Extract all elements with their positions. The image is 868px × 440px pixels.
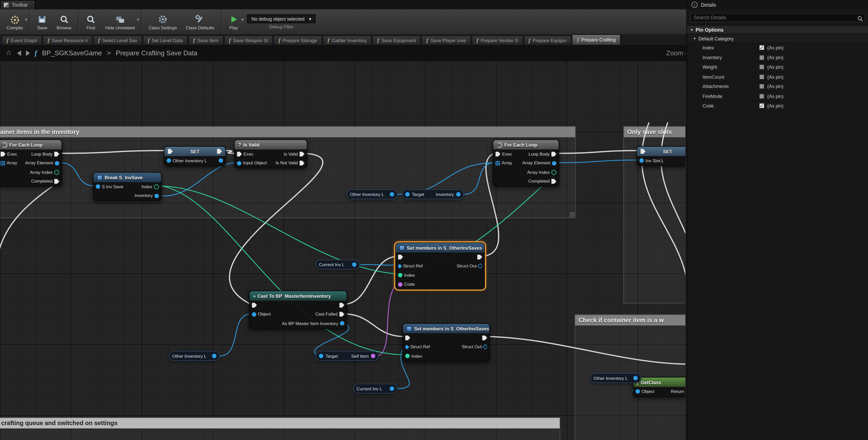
pill-current-inv-2[interactable]: Current Inv L bbox=[353, 384, 397, 394]
pin-struct-ref-set-members-2[interactable] bbox=[405, 345, 409, 349]
pin-exec-set-other-inventory[interactable] bbox=[217, 149, 222, 154]
node-cast-to-bp-masteriteminventory[interactable]: »Cast To BP_MasterItemInventoryObjectCas… bbox=[249, 291, 347, 328]
pin-loop-body-foreach-left[interactable] bbox=[54, 152, 59, 156]
blueprint-graph-canvas[interactable]: container items in the inventoryOnly sav… bbox=[0, 61, 685, 440]
pill-other-inventory-1[interactable]: Other Inventory L bbox=[346, 189, 397, 199]
pin-struct-out-set-members-1[interactable] bbox=[477, 263, 482, 269]
pin-exec-foreach-right[interactable] bbox=[495, 152, 500, 156]
debug-object-dropdown[interactable]: No debug object selected ▾ bbox=[247, 14, 316, 23]
pin-array-element-foreach-right[interactable] bbox=[552, 161, 556, 165]
pin-exec-set-members-1[interactable] bbox=[477, 255, 482, 259]
toolbar-tab[interactable]: Toolbar bbox=[0, 0, 35, 9]
pin-index-break-s-invsave[interactable] bbox=[154, 184, 159, 189]
checkbox-weight[interactable] bbox=[759, 64, 765, 70]
pin-circle-pill-target-inventory[interactable] bbox=[456, 192, 461, 196]
pin-array-foreach-right[interactable] bbox=[495, 161, 500, 165]
details-search-input[interactable] bbox=[690, 13, 865, 22]
node-set-inv-slot[interactable]: SETInv Slot L bbox=[637, 146, 685, 166]
pin-code-set-members-1[interactable] bbox=[398, 282, 403, 286]
tab-save-equipment[interactable]: fSave Equipment bbox=[372, 35, 421, 45]
breadcrumb-asset[interactable]: BP_SGKSaveGame bbox=[42, 49, 102, 57]
toolbar-button-hide-unrelated[interactable]: Hide Unrelated▾ bbox=[101, 9, 139, 34]
pill-target-self-item[interactable]: TargetSelf Item bbox=[316, 351, 379, 361]
tab-gather-inventory[interactable]: fGather Inventory bbox=[322, 35, 372, 45]
pin-array-index-foreach-left[interactable] bbox=[54, 170, 59, 175]
pin-circle-pill-target-self-item[interactable] bbox=[371, 354, 375, 358]
pin-object-cast-to-bp-masteriteminventory[interactable] bbox=[252, 312, 256, 316]
pill-current-inv-1[interactable]: Current Inv L bbox=[316, 260, 360, 270]
tab-prepare-storage[interactable]: fPrepare Storage bbox=[274, 35, 322, 45]
pin-circle-pill-current-inv-2[interactable] bbox=[390, 386, 394, 390]
node-set-other-inventory[interactable]: SETOther Inventory L bbox=[164, 146, 226, 166]
pin-index-set-members-2[interactable] bbox=[405, 354, 410, 358]
pin-exec-cast-to-bp-masteriteminventory[interactable] bbox=[252, 303, 257, 308]
pin-completed-foreach-right[interactable] bbox=[551, 179, 556, 184]
pin-index-set-members-1[interactable] bbox=[398, 273, 403, 278]
node-set-members-1[interactable]: Set members in S_OtherInvSavesStruct Ref… bbox=[395, 243, 485, 289]
pin-exec-set-members-2[interactable] bbox=[405, 335, 410, 340]
toolbar-button-compile[interactable]: Compile▾ bbox=[2, 9, 28, 34]
pin-options-section[interactable]: ▾ Pin Options bbox=[687, 25, 868, 34]
back-arrow-icon[interactable] bbox=[17, 50, 21, 56]
pin-exec-cast-to-bp-masteriteminventory[interactable] bbox=[339, 303, 344, 308]
node-is-valid[interactable]: ?Is ValidExecIs ValidInput ObjectIs Not … bbox=[234, 139, 307, 168]
toolbar-button-class-defaults[interactable]: Class Defaults bbox=[181, 9, 219, 34]
pin-array-element-foreach-left[interactable] bbox=[55, 161, 59, 165]
tab-save-weapon-sl[interactable]: fSave Weapon Sl bbox=[224, 35, 273, 45]
tab-prepare-crafting[interactable]: fPrepare Crafting bbox=[572, 34, 621, 45]
checkbox-firemode[interactable] bbox=[759, 93, 765, 99]
tab-select-level-sav[interactable]: fSelect Level Sav bbox=[93, 35, 142, 45]
default-category-header[interactable]: ▾ Default Category bbox=[687, 34, 868, 43]
pin-is-not-valid-is-valid[interactable] bbox=[300, 161, 305, 166]
pin-s-inv-save-break-s-invsave[interactable] bbox=[96, 184, 100, 189]
pin-is-valid-is-valid[interactable] bbox=[300, 152, 305, 156]
favorite-star-icon[interactable]: ☆ bbox=[6, 49, 12, 57]
tab-save-player-inve[interactable]: fSave Player Inve bbox=[421, 35, 471, 45]
pin-as-bp-master-item-inventory-cast-to-bp-masteriteminventory[interactable] bbox=[340, 321, 344, 325]
pin-exec-set-members-2[interactable] bbox=[482, 335, 487, 340]
pin-exec-set-members-1[interactable] bbox=[398, 255, 403, 259]
chevron-down-icon[interactable]: ▾ bbox=[242, 17, 244, 22]
tab-prepare-vender-s[interactable]: fPrepare Vender S bbox=[471, 35, 523, 45]
pin-exec-set-other-inventory[interactable] bbox=[168, 149, 173, 154]
pin-object-get-class[interactable] bbox=[636, 389, 640, 394]
checkbox-index[interactable]: ✓ bbox=[759, 45, 765, 51]
tab-set-level-data[interactable]: fSet Level Data bbox=[143, 35, 188, 45]
pin-exec-is-valid[interactable] bbox=[237, 152, 242, 156]
checkbox-code[interactable]: ✓ bbox=[759, 103, 765, 109]
pin-other-inventory-l-set-other-inventory[interactable] bbox=[167, 158, 171, 163]
tab-event-graph[interactable]: fEvent Graph bbox=[2, 35, 42, 45]
pin-circle-pill-target-inventory[interactable] bbox=[405, 192, 410, 196]
pin-circle-set-other-inventory[interactable] bbox=[219, 158, 223, 163]
node-set-members-2[interactable]: Set members in S_OtherInvSavesStruct Ref… bbox=[403, 323, 490, 361]
checkbox-attachments[interactable] bbox=[759, 84, 765, 90]
pill-other-inventory-2[interactable]: Other Inventory L bbox=[169, 351, 220, 361]
tab-save-resource-ii[interactable]: fSave Resource Ii bbox=[43, 35, 93, 45]
pin-inv-slot-l-set-inv-slot[interactable] bbox=[639, 158, 644, 163]
toolbar-button-save[interactable]: Save bbox=[32, 9, 52, 34]
pin-array-foreach-left[interactable] bbox=[1, 161, 5, 165]
tab-prepare-equipm[interactable]: fPrepare Equipm bbox=[524, 35, 572, 45]
pin-circle-pill-target-self-item[interactable] bbox=[319, 354, 323, 358]
pin-circle-pill-other-inventory-2[interactable] bbox=[212, 354, 216, 358]
toolbar-button-browse[interactable]: Browse bbox=[52, 9, 76, 34]
pin-circle-pill-other-inventory-1[interactable] bbox=[390, 192, 394, 196]
pill-other-inventory-3[interactable]: Other Inventory L bbox=[590, 373, 641, 383]
chevron-down-icon[interactable]: ▾ bbox=[25, 17, 28, 22]
pin-completed-foreach-left[interactable] bbox=[54, 179, 59, 184]
checkbox-itemcount[interactable] bbox=[759, 74, 765, 80]
pin-loop-body-foreach-right[interactable] bbox=[551, 152, 556, 156]
tab-save-item[interactable]: fSave Item bbox=[188, 35, 223, 45]
pin-struct-out-set-members-2[interactable] bbox=[483, 344, 487, 349]
chevron-down-icon[interactable]: ▾ bbox=[137, 17, 140, 22]
node-break-s-invsave[interactable]: Break S_InvSaveS Inv SaveIndexInventory bbox=[93, 172, 162, 201]
node-foreach-right[interactable]: For Each LoopExecLoop BodyArrayArray Ele… bbox=[493, 139, 559, 186]
pin-cast-failed-cast-to-bp-masteriteminventory[interactable] bbox=[339, 312, 344, 317]
pin-struct-ref-set-members-1[interactable] bbox=[398, 264, 402, 269]
checkbox-inventory[interactable] bbox=[759, 55, 765, 60]
pin-inventory-break-s-invsave[interactable] bbox=[155, 194, 159, 198]
toolbar-button-class-settings[interactable]: Class Settings bbox=[144, 9, 182, 34]
forward-arrow-icon[interactable] bbox=[26, 50, 30, 56]
pin-circle-pill-other-inventory-3[interactable] bbox=[633, 376, 638, 380]
node-foreach-left[interactable]: For Each LoopExecLoop BodyArrayArray Ele… bbox=[0, 139, 62, 186]
